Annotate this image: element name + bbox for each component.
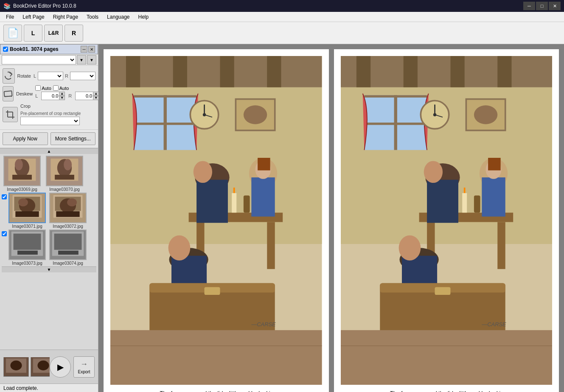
scroll-up-button[interactable]: ▲ [0,148,98,154]
rotate-l-select[interactable] [38,72,63,80]
scroll-down-in-list-button[interactable]: ▼ [2,266,96,272]
more-settings-button[interactable]: More Settings... [51,132,96,145]
svg-rect-65 [232,193,236,213]
deskew-r-auto-checkbox[interactable] [53,85,59,91]
menu-right-page[interactable]: Right Page [49,12,82,22]
apply-now-button[interactable]: Apply Now [3,132,48,145]
svg-point-9 [15,159,23,170]
right-page-button[interactable]: R [65,25,83,42]
svg-rect-79 [205,287,220,295]
thumb-label-3072: Image03072.jpg [53,224,83,229]
svg-rect-52 [164,95,167,150]
svg-point-54 [244,105,267,124]
svg-rect-84 [341,56,552,87]
dropdown-expand-button[interactable]: ▼ [77,55,86,64]
svg-rect-64 [244,196,250,213]
export-button[interactable]: → Export [73,356,95,378]
menu-help[interactable]: Help [134,12,153,22]
rotate-tool-button[interactable] [3,68,15,84]
thumb-img-3070 [46,156,83,186]
minimize-button[interactable]: ─ [523,2,535,10]
svg-rect-72 [196,180,228,223]
deskew-l-auto-checkbox[interactable] [35,85,41,91]
thumbnail-3069[interactable]: Image03069.jpg [2,156,42,192]
deskew-l-spin: ▲ ▼ [59,92,65,100]
rotate-r-select[interactable] [70,72,95,80]
svg-rect-105 [474,196,480,213]
crop-placement-select[interactable] [20,117,80,125]
thumbnail-3074[interactable]: Image03074.jpg [48,230,88,266]
panel-close-button[interactable]: ✕ [88,46,95,53]
right-page-caption: The farmer opened the lid a little and l… [376,389,516,392]
menu-left-page[interactable]: Left Page [18,12,48,22]
svg-rect-61 [267,222,275,269]
new-file-button[interactable]: 📄 [3,25,22,42]
svg-rect-15 [55,175,74,179]
load-complete-text: Load complete. [3,385,38,391]
deskew-l-input-group: ▲ ▼ [41,92,65,100]
left-right-page-button[interactable]: L&R [44,25,63,42]
deskew-l-down-button[interactable]: ▼ [59,96,65,100]
pages-container: —CARSE The farmer opened the lid a littl… [98,44,564,392]
thumb-label-3073: Image03073.jpg [12,261,42,266]
deskew-l-input[interactable] [41,92,59,100]
thumb-check-3071[interactable] [2,194,7,199]
deskew-l-up-button[interactable]: ▲ [59,92,65,96]
deskew-r-input-group: ▲ ▼ [75,92,99,100]
thumb-label-3069: Image03069.jpg [7,187,37,192]
thumbnail-3070[interactable]: Image03070.jpg [44,156,85,192]
content-area: —CARSE The farmer opened the lid a littl… [98,44,564,392]
crop-label: Crop [20,104,81,109]
left-page-button[interactable]: L [24,25,42,42]
deskew-outer-row: Deskew Auto Auto L [3,85,95,102]
svg-rect-109 [482,177,505,216]
deskew-l-label: L [35,93,38,98]
page-select[interactable] [2,55,76,64]
export-section: ▶ → Export [50,356,95,378]
close-button[interactable]: ✕ [549,2,561,10]
rotate-l-label: L [34,73,36,78]
thumb-label-3070: Image03070.jpg [49,187,80,192]
tools-panel: Rotate L R Deskew [0,66,98,130]
rotate-label: Rotate [17,73,31,78]
app-status-bar: Load complete. [0,384,98,392]
crop-placement-label: Pre-placement of crop rectangle [20,111,81,116]
thumbnail-3071[interactable]: Image03071.jpg [7,193,48,229]
panel-title: Book01. 3074 pages [10,46,59,52]
menu-tools[interactable]: Tools [82,12,103,22]
panel-bottom: ▶ → Export [0,350,98,384]
left-page-view: —CARSE The farmer opened the lid a littl… [104,49,329,392]
svg-rect-0 [4,91,12,97]
deskew-tool-button[interactable] [3,86,14,101]
menu-language[interactable]: Language [103,12,134,22]
svg-rect-120 [435,287,450,295]
right-caption-line1: The farmer opened the lid a little and l… [376,389,516,392]
thumbnail-3073[interactable]: Image03073.jpg [7,230,48,266]
thumbnail-3072[interactable]: Image03072.jpg [48,193,88,229]
thumb-row-1: Image03069.jpg Image03070.jpg [2,156,96,192]
panel-header: Book01. 3074 pages ─ ✕ [0,44,98,54]
play-button[interactable]: ▶ [50,356,71,378]
left-caption-line1: The farmer opened the lid a little and l… [146,389,286,392]
thumb-img-3071 [8,193,46,223]
menu-file[interactable]: File [2,12,18,22]
panel-dropdown-row: ▼ ▼ [0,54,98,66]
svg-rect-80 [110,330,322,385]
dropdown-next-button[interactable]: ▼ [87,55,96,64]
thumb-check-3073[interactable] [2,231,7,236]
maximize-button[interactable]: □ [536,2,548,10]
svg-point-41 [37,361,49,370]
crop-tool-button[interactable] [3,107,18,122]
panel-checkbox[interactable] [3,47,8,52]
toolbar: 📄 L L&R R [0,22,564,44]
panel-minimize-button[interactable]: ─ [81,46,87,53]
svg-rect-102 [497,222,505,269]
thumb-img-3074 [49,230,87,260]
deskew-r-input[interactable] [75,92,93,100]
right-page-image: —CARSE [341,56,553,385]
svg-rect-31 [17,250,38,255]
export-label: Export [78,370,90,374]
thumb-label-3071: Image03071.jpg [12,224,42,229]
thumb-img-3069 [3,156,41,186]
thumb-img-3072 [49,193,87,223]
